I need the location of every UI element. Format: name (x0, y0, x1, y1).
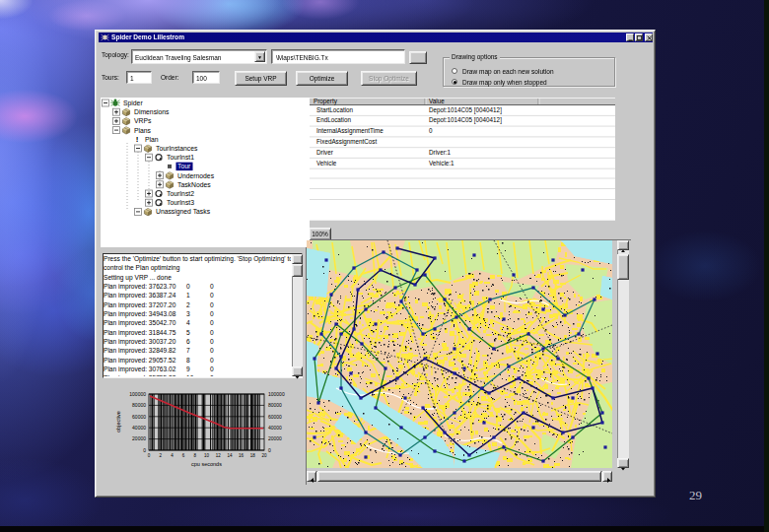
svg-text:0: 0 (268, 447, 271, 453)
svg-text:Property: Property (314, 98, 338, 105)
svg-text:40000: 40000 (132, 425, 146, 431)
svg-text:100000: 100000 (129, 391, 146, 397)
svg-text:60000: 60000 (268, 414, 282, 420)
svg-text:InternalAssignmentTime: InternalAssignmentTime (316, 127, 384, 135)
svg-text:80000: 80000 (132, 402, 146, 408)
svg-text:0: 0 (148, 453, 151, 458)
svg-text:VRPs: VRPs (134, 117, 152, 124)
svg-text:Tour: Tour (177, 163, 191, 169)
svg-text:StartLocation: StartLocation (316, 106, 354, 113)
svg-text:100000: 100000 (268, 391, 285, 397)
svg-text:Driver: Driver (316, 149, 333, 156)
svg-text:40000: 40000 (268, 425, 282, 431)
svg-text:4: 4 (171, 453, 174, 458)
svg-text:Spider: Spider (123, 100, 143, 107)
svg-text:Undernodes: Undernodes (177, 172, 215, 179)
svg-text:6: 6 (182, 453, 185, 458)
svg-text:0: 0 (429, 127, 433, 134)
svg-text:TourInstances: TourInstances (156, 145, 198, 152)
svg-text:TaskNodes: TaskNodes (177, 181, 211, 188)
svg-text:Vehicle:1: Vehicle:1 (429, 160, 454, 166)
svg-text:TourInst2: TourInst2 (167, 190, 194, 197)
svg-text:EndLocation: EndLocation (316, 116, 352, 123)
svg-text:0: 0 (143, 447, 146, 453)
svg-text:Driver:1: Driver:1 (429, 149, 452, 156)
svg-text:14: 14 (227, 453, 233, 458)
svg-text:Vehicle: Vehicle (316, 160, 337, 166)
svg-text:20: 20 (261, 453, 267, 458)
svg-text:Plans: Plans (134, 127, 152, 134)
svg-text:cpu seconds: cpu seconds (191, 461, 222, 467)
svg-text:FixedAssignmentCost: FixedAssignmentCost (316, 138, 377, 146)
svg-text:TourInst3: TourInst3 (167, 199, 194, 206)
svg-text:20000: 20000 (268, 435, 282, 441)
svg-text:Depot:1014C05 [0040412]: Depot:1014C05 [0040412] (429, 116, 502, 124)
svg-text:10: 10 (204, 453, 210, 458)
svg-text:Value: Value (429, 98, 445, 104)
svg-text:!: ! (136, 135, 139, 144)
svg-text:objective: objective (115, 411, 121, 432)
svg-text:2: 2 (159, 453, 162, 458)
svg-text:Dimensions: Dimensions (134, 108, 170, 115)
svg-text:20000: 20000 (132, 435, 146, 441)
svg-text:12: 12 (216, 453, 222, 458)
svg-text:8: 8 (194, 453, 197, 458)
svg-text:Plan: Plan (145, 136, 159, 143)
svg-text:80000: 80000 (268, 402, 282, 408)
svg-text:TourInst1: TourInst1 (167, 154, 194, 161)
svg-text:18: 18 (250, 453, 256, 458)
svg-text:Depot:1014C05 [0040412]: Depot:1014C05 [0040412] (429, 106, 502, 114)
svg-text:60000: 60000 (132, 414, 146, 420)
svg-text:Unassigned Tasks: Unassigned Tasks (156, 208, 211, 216)
svg-text:16: 16 (239, 453, 245, 458)
